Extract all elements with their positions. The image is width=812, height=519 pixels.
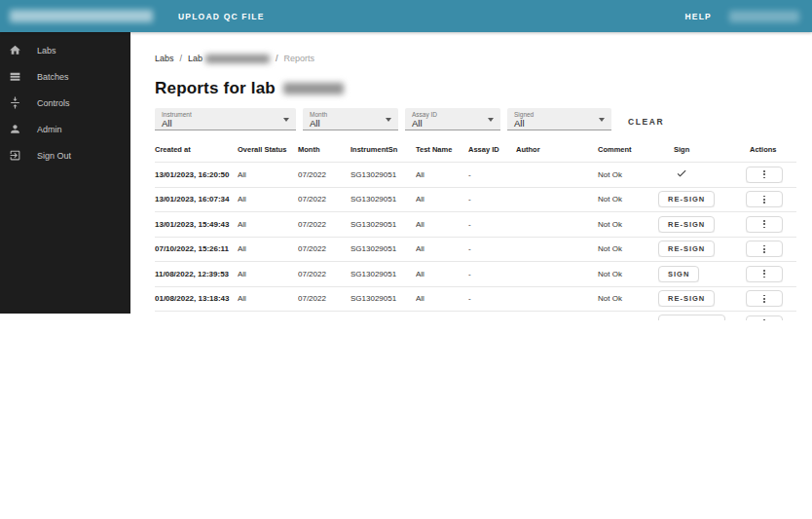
table-row: 01/08/2022, 13:18:43 All 07/2022 SG13029… (155, 286, 796, 312)
row-actions-kebab-button[interactable] (746, 315, 783, 320)
app-body: Labs Batches Controls Admin Sign Out (0, 32, 812, 320)
batches-icon (9, 70, 21, 83)
cell-comment: Not Ok (598, 244, 658, 253)
column-header-test-name: Test Name (416, 145, 468, 154)
cell-instrument-sn: SG13029051 (351, 244, 416, 253)
chevron-down-icon (283, 118, 289, 122)
clear-filters-button[interactable]: CLEAR (624, 113, 668, 130)
month-filter-select[interactable]: Month All (303, 108, 398, 130)
cell-assay-id: - (468, 195, 516, 204)
cell-actions (746, 216, 796, 233)
row-actions-kebab-button[interactable] (746, 167, 783, 183)
sign-button[interactable] (658, 315, 725, 320)
sign-button[interactable]: RE-SIGN (658, 241, 715, 257)
sign-button[interactable]: RE-SIGN (658, 290, 715, 307)
cell-overall-status: All (238, 170, 298, 179)
chevron-down-icon (386, 118, 391, 122)
cell-month: 07/2022 (298, 270, 351, 278)
select-value: All (310, 118, 391, 129)
cell-overall-status: All (238, 195, 298, 204)
breadcrumb-lab-prefix: Lab (188, 54, 203, 63)
sidebar-item-label: Sign Out (37, 151, 71, 161)
breadcrumb-lab-name-redacted (205, 55, 270, 63)
main-content: Labs / Lab / Reports Reports for lab Ins… (130, 32, 812, 320)
cell-sign (658, 167, 746, 181)
sidebar-item-label: Batches (37, 72, 69, 82)
home-icon (9, 44, 21, 56)
cell-month: 07/2022 (298, 170, 351, 179)
sign-button[interactable]: RE-SIGN (658, 216, 715, 233)
select-label: Assay ID (412, 111, 494, 118)
signed-check-icon (676, 172, 687, 181)
signed-filter-select[interactable]: Signed All (507, 108, 611, 130)
table-body: 13/01/2023, 16:20:50 All 07/2022 SG13029… (155, 162, 796, 311)
person-icon (9, 123, 21, 135)
cell-month: 07/2022 (298, 195, 351, 204)
cell-month: 07/2022 (298, 244, 351, 253)
row-actions-kebab-button[interactable] (746, 216, 783, 233)
kebab-icon (763, 270, 765, 278)
cell-instrument-sn: SG13029051 (351, 220, 416, 229)
row-actions-kebab-button[interactable] (746, 241, 783, 257)
table-row: 13/01/2023, 16:20:50 All 07/2022 SG13029… (155, 162, 796, 187)
cell-test-name: All (416, 244, 468, 253)
reports-table: Created at Overall Status Month Instrume… (155, 139, 796, 320)
select-value: All (514, 118, 605, 129)
sidebar-item-controls[interactable]: Controls (0, 90, 130, 116)
cell-comment: Not Ok (598, 195, 658, 204)
sign-button[interactable]: RE-SIGN (658, 191, 715, 207)
page-title-row: Reports for lab (155, 79, 796, 98)
cell-test-name: All (416, 170, 468, 179)
kebab-icon (763, 295, 765, 303)
select-label: Signed (514, 111, 605, 118)
kebab-icon (763, 245, 765, 253)
column-header-instrument-sn: InstrumentSn (351, 145, 416, 154)
cell-comment: Not Ok (598, 220, 658, 229)
cell-sign: SIGN (658, 266, 746, 282)
assay-id-filter-select[interactable]: Assay ID All (405, 108, 500, 130)
cell-created-at: 01/08/2022, 13:18:43 (155, 294, 238, 303)
kebab-icon (763, 319, 765, 320)
sign-button[interactable]: SIGN (658, 266, 699, 282)
sidebar-item-sign-out[interactable]: Sign Out (0, 142, 130, 168)
breadcrumb-lab[interactable]: Lab (188, 54, 270, 63)
cell-assay-id: - (468, 294, 516, 303)
cell-instrument-sn: SG13029051 (351, 170, 416, 179)
cell-created-at: 13/01/2023, 16:07:34 (155, 195, 238, 204)
row-actions-kebab-button[interactable] (746, 290, 783, 307)
kebab-icon (763, 196, 765, 204)
row-actions-kebab-button[interactable] (746, 266, 783, 282)
cell-comment: Not Ok (598, 294, 658, 303)
kebab-icon (763, 220, 765, 228)
cell-instrument-sn: SG13029051 (351, 294, 416, 303)
help-button[interactable]: HELP (678, 6, 720, 27)
cell-actions (746, 266, 796, 282)
table-row: 13/01/2023, 15:49:43 All 07/2022 SG13029… (155, 211, 796, 237)
select-value: All (412, 118, 494, 129)
instrument-filter-select[interactable]: Instrument All (155, 108, 296, 130)
cell-created-at: 13/01/2023, 16:20:50 (155, 170, 238, 179)
cell-assay-id: - (468, 244, 516, 253)
sidebar-item-batches[interactable]: Batches (0, 63, 130, 90)
column-header-comment: Comment (598, 145, 658, 154)
breadcrumb-separator: / (276, 54, 278, 63)
filter-bar: Instrument All Month All Assay ID All (155, 108, 796, 130)
cell-test-name: All (416, 294, 468, 303)
column-header-actions: Actions (746, 145, 796, 154)
cell-assay-id: - (468, 270, 516, 278)
cell-actions (746, 241, 796, 257)
breadcrumb-labs[interactable]: Labs (155, 54, 174, 63)
row-actions-kebab-button[interactable] (746, 191, 783, 207)
user-name-button-redacted[interactable] (729, 11, 799, 22)
cell-sign: RE-SIGN (658, 216, 746, 233)
cell-comment: Not Ok (598, 270, 658, 278)
upload-qc-file-button[interactable]: UPLOAD QC FILE (170, 6, 273, 27)
cell-sign: RE-SIGN (658, 191, 746, 207)
cell-actions (746, 290, 796, 307)
cell-overall-status: All (238, 244, 298, 253)
sidebar-item-admin[interactable]: Admin (0, 116, 130, 142)
chevron-down-icon (599, 118, 605, 122)
select-value: All (162, 118, 289, 129)
sidebar-item-label: Admin (37, 125, 62, 134)
sidebar-item-labs[interactable]: Labs (0, 37, 130, 63)
